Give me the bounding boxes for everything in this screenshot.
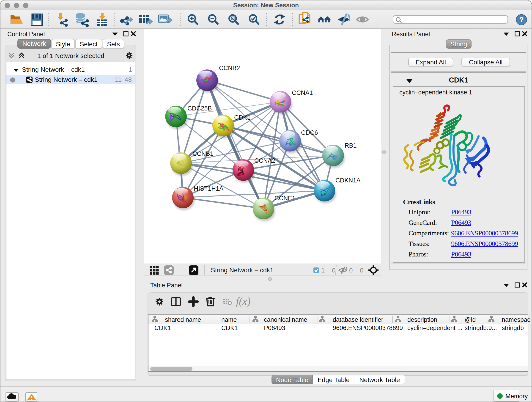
svg-text:CCNA2: CCNA2 — [254, 157, 275, 164]
svg-text:CCNB2: CCNB2 — [219, 65, 240, 71]
svg-text:CDC6: CDC6 — [301, 129, 318, 136]
svg-text:CCNE1: CCNE1 — [274, 195, 296, 202]
svg-text:RB1: RB1 — [345, 142, 357, 149]
svg-text:?: ? — [519, 16, 524, 24]
svg-text:CDK1: CDK1 — [234, 114, 251, 121]
svg-text:HIST1H1A: HIST1H1A — [194, 185, 223, 192]
svg-text:CCNB1: CCNB1 — [192, 150, 214, 157]
svg-text:String Network – cdk1: String Network – cdk1 — [211, 267, 273, 274]
svg-text:0 – 0: 0 – 0 — [349, 267, 363, 274]
svg-text:CCNA1: CCNA1 — [292, 89, 313, 96]
svg-text:CDC25B: CDC25B — [187, 105, 212, 112]
svg-text:CDKN1A: CDKN1A — [336, 177, 361, 184]
svg-text:1 – 0: 1 – 0 — [321, 267, 336, 274]
